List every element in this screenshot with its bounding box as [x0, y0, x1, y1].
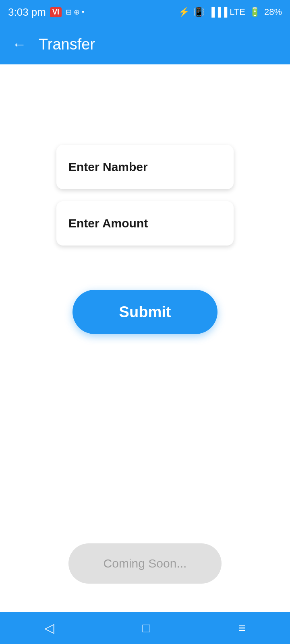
- back-button[interactable]: ←: [12, 36, 27, 53]
- amount-input[interactable]: [56, 201, 234, 246]
- menu-nav-icon[interactable]: ≡: [238, 621, 246, 636]
- status-left: 3:03 pm VI ⊟ ⊕ •: [8, 6, 84, 19]
- vibration-icon: 📳: [193, 7, 204, 17]
- back-nav-icon[interactable]: ◁: [44, 620, 54, 636]
- page-title: Transfer: [39, 36, 95, 53]
- signal-icons: ▐▐▐ LTE: [208, 7, 245, 17]
- main-content: Submit: [0, 64, 290, 612]
- home-nav-icon[interactable]: □: [143, 621, 150, 636]
- status-time: 3:03 pm: [8, 6, 46, 19]
- number-input[interactable]: [56, 145, 234, 189]
- notification-icons: ⊟ ⊕ •: [66, 8, 84, 17]
- vi-badge: VI: [50, 7, 62, 17]
- submit-button[interactable]: Submit: [72, 290, 218, 334]
- bluetooth-icon: ⚡: [178, 7, 189, 17]
- status-right: ⚡ 📳 ▐▐▐ LTE 🔋 28%: [178, 7, 282, 17]
- battery-percent: 28%: [264, 7, 282, 17]
- status-bar: 3:03 pm VI ⊟ ⊕ • ⚡ 📳 ▐▐▐ LTE 🔋 28%: [0, 0, 290, 24]
- battery-icon: 🔋: [249, 7, 260, 17]
- app-bar: ← Transfer: [0, 24, 290, 64]
- coming-soon-button: Coming Soon...: [68, 543, 222, 584]
- bottom-nav: ◁ □ ≡: [0, 612, 290, 644]
